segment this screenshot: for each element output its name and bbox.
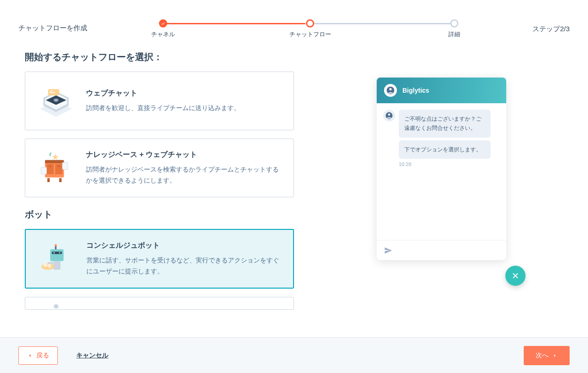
chat-message-2: 下でオプションを選択します。 [399,140,491,159]
svg-point-12 [49,166,51,167]
svg-point-33 [388,114,390,116]
next-button[interactable]: 次へ [524,346,570,365]
card-webchat-title: ウェブチャット [86,89,283,98]
svg-point-13 [58,166,59,167]
svg-rect-5 [48,89,59,95]
close-chat-button[interactable] [505,266,526,286]
step-dot-chatflow [306,19,314,28]
card-concierge-title: コンシェルジュボット [86,241,283,251]
chat-preview: Biglytics ご不明な点はございますか？ご遠慮なくお問合せください。 下で… [377,78,514,260]
card-concierge-desc: 営業に話す、サポートを受けるなど、実行できるアクションをすぐにユーザーに提示しま… [86,255,283,277]
svg-rect-22 [55,246,57,249]
bot-heading: ボット [25,208,294,221]
section-title: 開始するチャットフローを選択： [25,51,294,63]
step-line-1 [163,23,305,24]
svg-rect-7 [50,92,55,93]
card-concierge-bot[interactable]: コンシェルジュボット 営業に話す、サポートを受けるなど、実行できるアクションをす… [25,229,294,289]
close-icon [511,272,520,280]
svg-rect-14 [47,178,50,182]
check-icon [161,21,165,26]
svg-rect-24 [53,261,60,270]
send-icon [384,246,392,255]
step-line-2 [310,23,452,24]
chat-header: Biglytics [377,78,506,103]
svg-point-28 [47,264,51,268]
svg-rect-17 [62,162,68,169]
cancel-button-label: キャンセル [76,351,108,360]
svg-point-29 [54,304,58,308]
step-indicator: ステップ2/3 [532,25,570,33]
chat-brand-name: Biglytics [402,87,429,94]
svg-rect-11 [55,164,62,174]
svg-rect-18 [50,249,63,261]
svg-point-31 [390,88,392,90]
svg-point-20 [53,252,55,253]
step-label-details: 詳細 [448,30,460,39]
card-webchat-desc: 訪問者を歓迎し、直接ライブチームに送り込みます。 [86,103,283,114]
webchat-illustration-icon [35,80,77,122]
back-button[interactable]: 戻る [18,346,58,365]
back-button-label: 戻る [36,351,49,360]
chat-message-1: ご不明な点はございますか？ご遠慮なくお問合せください。 [399,110,491,138]
kb-illustration-icon [35,147,77,189]
card-webchat[interactable]: ウェブチャット 訪問者を歓迎し、直接ライブチームに送り込みます。 [25,72,294,130]
svg-rect-19 [52,252,62,254]
svg-rect-6 [50,91,53,92]
svg-rect-10 [46,164,53,174]
svg-point-4 [54,99,58,102]
page-title: チャットフローを作成 [18,24,87,33]
svg-point-21 [59,252,60,253]
chat-input-area[interactable] [377,240,506,260]
peek-illustration-icon [35,299,77,308]
step-dot-details [450,19,458,28]
card-kb-title: ナレッジベース + ウェブチャット [86,150,283,160]
chat-timestamp: 10:28 [399,161,500,167]
bot-illustration-icon [36,238,77,279]
svg-rect-15 [59,178,62,182]
svg-point-27 [44,263,48,267]
svg-rect-16 [41,167,46,174]
step-dot-channel [159,19,167,28]
card-kb-webchat[interactable]: ナレッジベース + ウェブチャット 訪問者がナレッジベースを検索するかライブチー… [25,139,294,197]
svg-point-23 [55,244,57,246]
chevron-right-icon [552,353,558,358]
step-label-channel: チャネル [151,30,175,39]
next-button-label: 次へ [536,351,548,360]
svg-rect-9 [45,160,64,163]
bot-avatar-icon [383,110,395,122]
card-next-peek[interactable] [25,297,294,310]
cancel-button[interactable]: キャンセル [68,347,117,364]
chevron-left-icon [27,353,33,358]
brand-avatar-icon [384,84,397,97]
card-kb-desc: 訪問者がナレッジベースを検索するかライブチームとチャットするかを選択できるように… [86,164,283,186]
step-label-chatflow: チャットフロー [289,30,331,39]
